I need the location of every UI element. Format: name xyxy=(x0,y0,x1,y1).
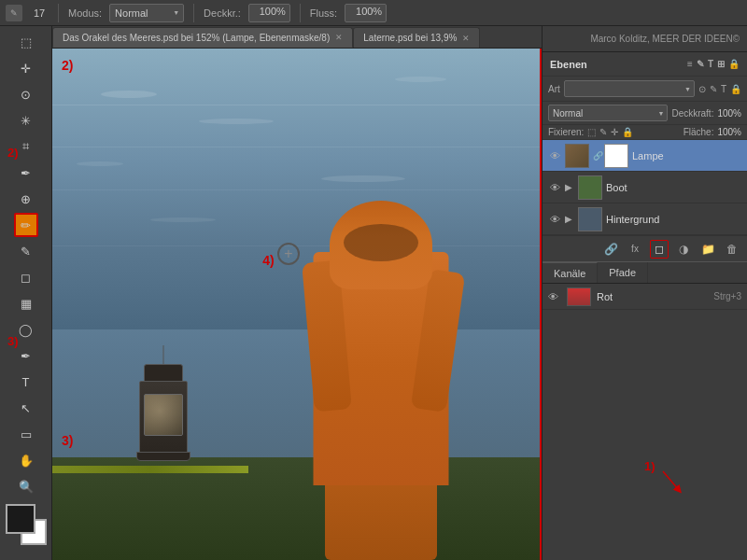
lantern-object xyxy=(126,364,201,485)
layers-action-link[interactable]: 🔗 xyxy=(601,240,620,259)
tool-zoom[interactable]: 🔍 xyxy=(14,474,38,498)
layers-type-label: Art xyxy=(548,84,560,94)
tool-lasso[interactable]: ⊙ xyxy=(14,82,38,106)
layer-visibility-hintergrund[interactable]: 👁 xyxy=(548,213,561,226)
tool-magic-wand[interactable]: ✳ xyxy=(14,108,38,133)
layers-panel: Ebenen ≡ ✎ T ⊞ 🔒 Art ⊙ ✎ T 🔒 No xyxy=(543,52,747,261)
layers-type-dropdown[interactable] xyxy=(564,80,695,97)
foreground-color-swatch[interactable] xyxy=(6,504,35,534)
lock-transparent[interactable]: ⬚ xyxy=(587,127,596,137)
tab-paths[interactable]: Pfade xyxy=(598,262,648,283)
left-toolbar: ⬚ ✛ ⊙ ✳ ⌗ ✒ ⊕ ✏ ✎ ◻ ▦ ◯ ✒ T ↖ ▭ ✋ 🔍 xyxy=(0,26,52,560)
layer-name-boot: Boot xyxy=(606,182,741,193)
layers-icon-5[interactable]: 🔒 xyxy=(728,59,740,69)
tab-main-close[interactable]: ✕ xyxy=(335,33,343,42)
layers-panel-icons: ≡ ✎ T ⊞ 🔒 xyxy=(687,59,740,69)
layers-actions: 🔗 fx ◻ ◑ 📁 🗑 xyxy=(543,235,747,261)
layer-thumb-boot xyxy=(578,175,602,200)
layers-icon-4[interactable]: ⊞ xyxy=(717,59,725,69)
layers-action-folder[interactable]: 📁 xyxy=(698,240,717,259)
tool-brush[interactable]: ✏ xyxy=(14,213,38,237)
filter-icon-1[interactable]: ⊙ xyxy=(698,84,706,94)
tool-clone[interactable]: ✎ xyxy=(14,239,38,263)
layers-title: Ebenen xyxy=(550,59,587,70)
tool-hand[interactable]: ✋ xyxy=(14,448,38,472)
top-toolbar: ✎ 17 Modus: Normal Deckkr.: 100% Fluss: … xyxy=(0,0,747,26)
tab-laterne-close[interactable]: ✕ xyxy=(462,34,470,43)
scene-image: + 2) 3) 4) xyxy=(52,49,542,560)
opacity-label: Deckkr.: xyxy=(204,7,241,19)
lock-icons: ⬚ ✎ ✛ 🔒 xyxy=(587,127,633,137)
layer-mask-lampe xyxy=(604,144,628,168)
layers-mode-dropdown[interactable]: Normal xyxy=(548,105,668,121)
separator-3 xyxy=(300,4,301,22)
tool-crop[interactable]: ⌗ xyxy=(14,134,38,159)
filter-icon-3[interactable]: T xyxy=(721,84,726,94)
opacity-value: 100% xyxy=(717,108,741,119)
fixieren-label: Fixieren: xyxy=(548,127,584,137)
layers-action-adj[interactable]: ◑ xyxy=(674,240,693,259)
tool-gradient[interactable]: ▦ xyxy=(14,291,38,315)
separator-1 xyxy=(58,4,59,22)
user-header: Marco Kolditz, MEER DER IDEEN© xyxy=(543,26,747,52)
channel-name-rot: Rot xyxy=(597,291,708,302)
mode-dropdown[interactable]: Normal xyxy=(109,4,184,22)
layers-panel-header: Ebenen ≡ ✎ T ⊞ 🔒 xyxy=(543,52,747,77)
canvas-content[interactable]: + 2) 3) 4) xyxy=(52,49,542,560)
tab-laterne-psd[interactable]: Laterne.psd bei 13,9% ✕ xyxy=(353,27,480,48)
tool-text[interactable]: T xyxy=(14,370,38,394)
layers-icon-2[interactable]: ✎ xyxy=(697,59,704,69)
layers-action-mask[interactable]: ◻ xyxy=(650,240,669,259)
bottom-panel-tabs: Kanäle Pfade xyxy=(543,261,747,284)
tab-main-psd[interactable]: Das Orakel des Meeres.psd bei 152% (Lamp… xyxy=(52,27,353,48)
annotation-3-label: 3) xyxy=(62,433,73,448)
tab-main-label: Das Orakel des Meeres.psd bei 152% (Lamp… xyxy=(63,33,330,43)
flow-input[interactable]: 100% xyxy=(345,4,387,22)
canvas-area: Das Orakel des Meeres.psd bei 152% (Lamp… xyxy=(52,26,542,560)
filter-icon-2[interactable]: ✎ xyxy=(710,84,717,94)
lock-image[interactable]: ✎ xyxy=(599,127,607,137)
channel-thumb-rot xyxy=(567,287,591,306)
layers-icon-1[interactable]: ≡ xyxy=(687,59,693,69)
tabs-bar: Das Orakel des Meeres.psd bei 152% (Lamp… xyxy=(52,26,542,49)
opacity-label: Deckkraft: xyxy=(671,108,713,119)
opacity-input[interactable]: 100% xyxy=(248,4,290,22)
tool-pen[interactable]: ✒ xyxy=(14,343,38,368)
channel-item-rot[interactable]: 👁 Rot Strg+3 xyxy=(543,284,747,310)
layer-visibility-lampe[interactable]: 👁 xyxy=(548,149,561,162)
lock-position[interactable]: ✛ xyxy=(611,127,618,137)
lock-all[interactable]: 🔒 xyxy=(622,127,633,137)
channel-visibility-rot[interactable]: 👁 xyxy=(548,291,561,302)
tool-healing[interactable]: ⊕ xyxy=(14,187,38,211)
layer-name-hintergrund: Hintergrund xyxy=(606,214,741,225)
layer-item-lampe[interactable]: 👁 🔗 Lampe xyxy=(543,140,747,172)
separator-2 xyxy=(193,4,194,22)
layer-item-hintergrund[interactable]: 👁 ▶ Hintergrund xyxy=(543,203,747,235)
layer-group-arrow-hintergrund[interactable]: ▶ xyxy=(565,214,572,224)
tool-eraser[interactable]: ◻ xyxy=(14,265,38,289)
layer-visibility-boot[interactable]: 👁 xyxy=(548,181,561,194)
brush-tool-icon: ✎ xyxy=(6,5,22,21)
layers-action-trash[interactable]: 🗑 xyxy=(723,240,741,259)
layer-thumb-hintergrund xyxy=(578,207,602,231)
layers-icon-3[interactable]: T xyxy=(708,59,713,69)
tool-path-select[interactable]: ↖ xyxy=(14,396,38,420)
layer-group-arrow-boot[interactable]: ▶ xyxy=(565,182,572,192)
layer-item-boot[interactable]: 👁 ▶ Boot xyxy=(543,172,747,203)
layer-thumb-lampe xyxy=(565,144,589,168)
color-swatches[interactable] xyxy=(6,504,47,545)
tab-channels[interactable]: Kanäle xyxy=(543,262,598,283)
tool-marquee[interactable]: ⬚ xyxy=(14,30,38,54)
right-panels: Marco Kolditz, MEER DER IDEEN© Ebenen ≡ … xyxy=(542,26,747,560)
filter-icon-4[interactable]: 🔒 xyxy=(730,84,741,94)
layers-action-fx[interactable]: fx xyxy=(626,240,644,259)
tool-eyedropper[interactable]: ✒ xyxy=(14,161,38,185)
mode-label: Modus: xyxy=(68,7,102,19)
tool-shape[interactable]: ▭ xyxy=(14,422,38,446)
tool-move[interactable]: ✛ xyxy=(14,56,38,80)
layer-mask-link-lampe: 🔗 xyxy=(593,151,600,161)
tool-dodge[interactable]: ◯ xyxy=(14,317,38,342)
annotation-2-label: 2) xyxy=(62,58,73,73)
main-area: ⬚ ✛ ⊙ ✳ ⌗ ✒ ⊕ ✏ ✎ ◻ ▦ ◯ ✒ T ↖ ▭ ✋ 🔍 Das … xyxy=(0,26,747,560)
username-label: Marco Kolditz, MEER DER IDEEN© xyxy=(590,34,740,44)
